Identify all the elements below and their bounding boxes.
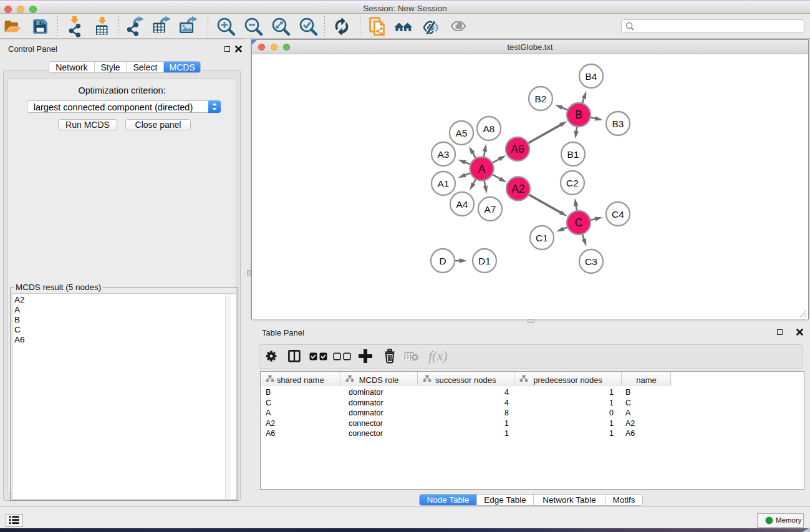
svg-text:C: C	[575, 216, 583, 229]
svg-text:C1: C1	[536, 233, 548, 243]
svg-text:A6: A6	[511, 143, 524, 155]
svg-text:A5: A5	[456, 128, 468, 138]
svg-text:D: D	[439, 256, 446, 266]
svg-text:A2: A2	[511, 183, 524, 195]
svg-text:B3: B3	[612, 118, 624, 129]
svg-text:A8: A8	[483, 123, 495, 134]
svg-text:A3: A3	[438, 149, 450, 160]
svg-text:C2: C2	[566, 178, 579, 188]
svg-text:A1: A1	[438, 178, 450, 189]
svg-text:C3: C3	[585, 256, 597, 267]
svg-text:B1: B1	[567, 149, 579, 160]
svg-text:B4: B4	[586, 71, 597, 82]
svg-text:B: B	[575, 109, 582, 121]
svg-text:A7: A7	[485, 204, 496, 215]
svg-text:C4: C4	[612, 209, 624, 220]
svg-text:D1: D1	[478, 256, 491, 266]
svg-text:B2: B2	[535, 94, 547, 104]
svg-text:A: A	[478, 163, 486, 175]
svg-text:A4: A4	[456, 199, 468, 210]
